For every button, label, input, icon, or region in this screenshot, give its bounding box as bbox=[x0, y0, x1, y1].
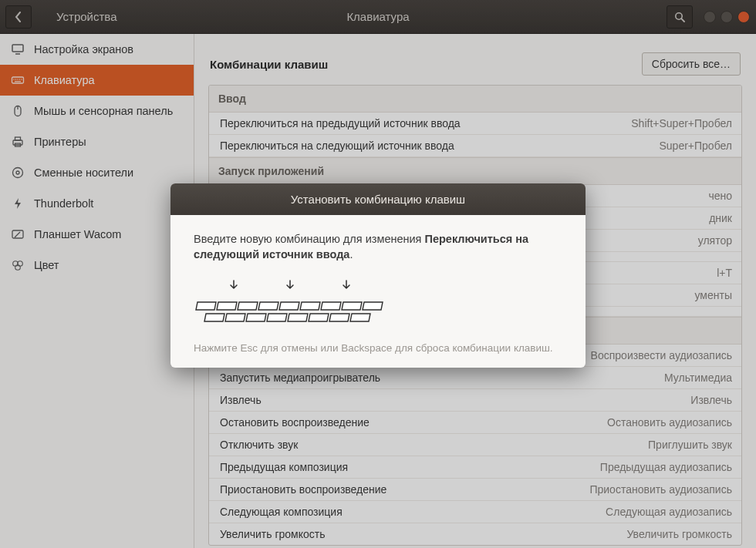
set-shortcut-dialog: Установить комбинацию клавиш Введите нов… bbox=[170, 183, 586, 368]
dialog-footer-hint: Нажмите Esc для отмены или Backspace для… bbox=[194, 342, 562, 354]
dialog-instruction: Введите новую комбинацию для изменения П… bbox=[194, 232, 562, 262]
keyboard-graphic bbox=[194, 276, 562, 331]
modal-overlay: Установить комбинацию клавиш Введите нов… bbox=[0, 0, 756, 548]
dialog-title: Установить комбинацию клавиш bbox=[170, 183, 586, 215]
